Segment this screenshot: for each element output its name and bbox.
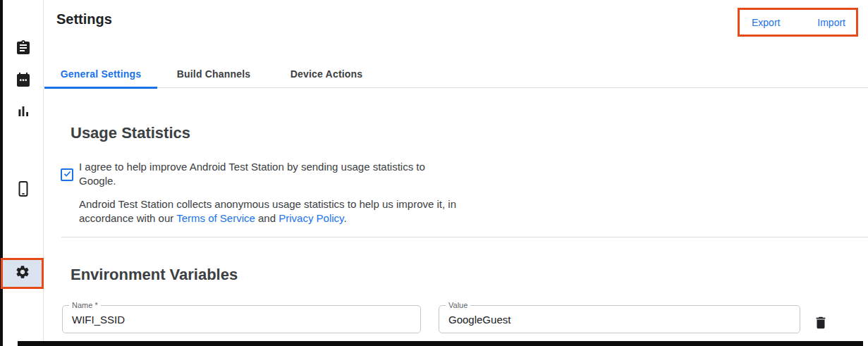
- env-var-name-label: Name *: [69, 301, 101, 309]
- sidebar-item-test-results[interactable]: [3, 97, 44, 128]
- environment-variables-heading: Environment Variables: [71, 266, 238, 284]
- smartphone-icon: [15, 180, 32, 200]
- tab-device-actions[interactable]: Device Actions: [270, 60, 383, 88]
- usage-info-line2-mid: and: [255, 212, 279, 224]
- delete-env-var-button[interactable]: [812, 315, 829, 332]
- sidebar-item-test-suites[interactable]: [3, 34, 44, 65]
- env-var-value-input[interactable]: [439, 306, 800, 333]
- usage-agree-line2: Google.: [79, 174, 425, 188]
- export-import-annotation-box: Export Import: [738, 8, 858, 37]
- privacy-policy-link[interactable]: Privacy Policy: [279, 212, 343, 224]
- sidebar-item-test-plans[interactable]: [3, 66, 44, 97]
- section-divider: [61, 237, 868, 237]
- env-var-value-field: Value: [439, 305, 800, 333]
- sidebar-item-settings[interactable]: [1, 258, 44, 289]
- env-var-name-input[interactable]: [63, 306, 420, 333]
- usage-agree-line1: I agree to help improve Android Test Sta…: [79, 160, 425, 174]
- assignment-icon: [15, 39, 32, 59]
- trash-icon: [813, 315, 829, 333]
- bar-chart-icon: [15, 103, 32, 123]
- sidebar: [3, 0, 44, 341]
- tab-build-channels[interactable]: Build Channels: [157, 60, 270, 88]
- usage-info-text: Android Test Station collects anonymous …: [79, 197, 456, 225]
- settings-gear-icon: [15, 264, 30, 283]
- usage-info-line2-prefix: accordance with our: [79, 212, 176, 224]
- calendar-icon: [15, 71, 32, 91]
- usage-info-line2-suffix: .: [343, 212, 346, 224]
- checkmark-icon: [63, 168, 72, 181]
- screenshot-bottom-edge: [18, 341, 863, 346]
- export-button[interactable]: Export: [752, 17, 780, 28]
- env-var-name-field: Name *: [62, 305, 421, 333]
- usage-info-line1: Android Test Station collects anonymous …: [79, 197, 456, 211]
- env-var-value-label: Value: [446, 301, 470, 309]
- usage-agree-label: I agree to help improve Android Test Sta…: [79, 160, 425, 188]
- usage-statistics-heading: Usage Statistics: [71, 124, 190, 142]
- sidebar-item-devices[interactable]: [3, 175, 44, 206]
- settings-tab-bar: General Settings Build Channels Device A…: [44, 60, 868, 88]
- page-title: Settings: [56, 11, 112, 27]
- tab-general-settings[interactable]: General Settings: [44, 60, 157, 88]
- settings-page: Settings Export Import General Settings …: [0, 0, 868, 346]
- usage-statistics-checkbox[interactable]: [61, 168, 73, 181]
- terms-of-service-link[interactable]: Terms of Service: [176, 212, 255, 224]
- usage-info-line2: accordance with our Terms of Service and…: [79, 211, 456, 225]
- import-button[interactable]: Import: [817, 17, 845, 28]
- main-content: Settings Export Import General Settings …: [44, 0, 868, 341]
